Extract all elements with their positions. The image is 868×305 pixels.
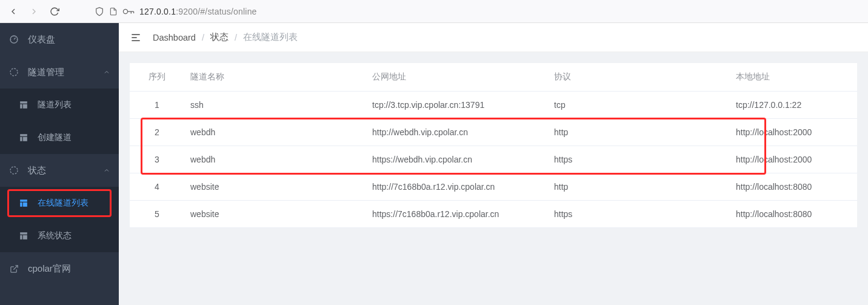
cell-local: http://localhost:8080 bbox=[730, 201, 857, 228]
url-bar[interactable]: 127.0.0.1:9200/#/status/online bbox=[91, 2, 863, 21]
svg-rect-11 bbox=[23, 137, 27, 141]
cell-proto: https bbox=[548, 201, 730, 228]
sidebar-item-label: 隧道管理 bbox=[28, 67, 64, 78]
cell-public: http://webdh.vip.cpolar.cn bbox=[366, 119, 548, 146]
sidebar-item-tunnel-manage[interactable]: 隧道管理 bbox=[0, 56, 119, 89]
cell-proto: https bbox=[548, 146, 730, 173]
sidebar-item-label: 仪表盘 bbox=[28, 34, 55, 45]
svg-point-5 bbox=[10, 69, 18, 76]
data-panel: 序列 隧道名称 公网地址 协议 本地地址 1sshtcp://3.tcp.vip… bbox=[130, 63, 857, 228]
col-public: 公网地址 bbox=[366, 63, 548, 92]
sidebar-item-status[interactable]: 状态 bbox=[0, 154, 119, 187]
tunnel-table: 序列 隧道名称 公网地址 协议 本地地址 1sshtcp://3.tcp.vip… bbox=[130, 63, 857, 228]
cell-name: webdh bbox=[184, 146, 366, 173]
table-row: 3webdhhttps://webdh.vip.cpolar.cnhttpsht… bbox=[130, 146, 857, 173]
cell-local: tcp://127.0.0.1:22 bbox=[730, 92, 857, 119]
col-seq: 序列 bbox=[130, 63, 184, 92]
cell-local: http://localhost:2000 bbox=[730, 119, 857, 146]
grid-icon bbox=[18, 198, 29, 209]
breadcrumb-current: 在线隧道列表 bbox=[243, 32, 298, 43]
nav-reload-button[interactable] bbox=[46, 3, 63, 20]
svg-line-19 bbox=[13, 265, 18, 269]
cell-proto: tcp bbox=[548, 92, 730, 119]
svg-rect-9 bbox=[20, 134, 27, 136]
cell-local: http://localhost:8080 bbox=[730, 173, 857, 201]
url-text: 127.0.0.1:9200/#/status/online bbox=[139, 7, 257, 16]
breadcrumb-bar: Dashboard / 状态 / 在线隧道列表 bbox=[119, 23, 868, 52]
table-row: 4websitehttp://7c168b0a.r12.vip.cpolar.c… bbox=[130, 173, 857, 201]
page-icon bbox=[109, 7, 118, 16]
sidebar-item-system-status[interactable]: 系统状态 bbox=[0, 220, 119, 252]
sidebar-item-dashboard[interactable]: 仪表盘 bbox=[0, 23, 119, 56]
chevron-up-icon bbox=[103, 166, 110, 176]
sidebar-item-tunnel-list[interactable]: 隧道列表 bbox=[0, 89, 119, 121]
nav-back-button[interactable] bbox=[5, 3, 22, 20]
cell-name: website bbox=[184, 201, 366, 228]
nav-forward-button[interactable] bbox=[25, 3, 42, 20]
main-content: Dashboard / 状态 / 在线隧道列表 序列 隧道名称 公网地址 协议 … bbox=[119, 23, 868, 305]
cell-seq: 5 bbox=[130, 201, 184, 228]
svg-point-12 bbox=[10, 167, 18, 174]
breadcrumb: Dashboard / 状态 / 在线隧道列表 bbox=[153, 32, 298, 43]
svg-point-0 bbox=[123, 9, 127, 13]
sidebar-item-label: 在线隧道列表 bbox=[38, 198, 88, 209]
svg-rect-6 bbox=[20, 101, 27, 104]
table-row: 5websitehttps://7c168b0a.r12.vip.cpolar.… bbox=[130, 201, 857, 228]
cell-local: http://localhost:2000 bbox=[730, 146, 857, 173]
cell-public: https://7c168b0a.r12.vip.cpolar.cn bbox=[366, 201, 548, 228]
sidebar-item-label: 隧道列表 bbox=[38, 99, 72, 110]
svg-rect-7 bbox=[20, 104, 22, 109]
cell-name: ssh bbox=[184, 92, 366, 119]
sidebar-item-label: cpolar官网 bbox=[28, 263, 71, 275]
cell-seq: 1 bbox=[130, 92, 184, 119]
browser-bar: 127.0.0.1:9200/#/status/online bbox=[0, 0, 868, 23]
external-icon bbox=[8, 263, 19, 274]
table-row: 2webdhhttp://webdh.vip.cpolar.cnhttphttp… bbox=[130, 119, 857, 146]
sidebar-item-label: 创建隧道 bbox=[38, 132, 72, 143]
menu-toggle-button[interactable] bbox=[130, 32, 142, 44]
col-name: 隧道名称 bbox=[184, 63, 366, 92]
cell-seq: 4 bbox=[130, 173, 184, 201]
svg-rect-15 bbox=[23, 203, 27, 207]
svg-rect-8 bbox=[23, 104, 27, 109]
col-local: 本地地址 bbox=[730, 63, 857, 92]
cell-public: tcp://3.tcp.vip.cpolar.cn:13791 bbox=[366, 92, 548, 119]
sidebar-item-create-tunnel[interactable]: 创建隧道 bbox=[0, 121, 119, 154]
cell-public: http://7c168b0a.r12.vip.cpolar.cn bbox=[366, 173, 548, 201]
table-row: 1sshtcp://3.tcp.vip.cpolar.cn:13791tcptc… bbox=[130, 92, 857, 119]
loader-icon bbox=[8, 165, 19, 176]
dashboard-icon bbox=[8, 34, 19, 45]
cell-name: webdh bbox=[184, 119, 366, 146]
cell-proto: http bbox=[548, 173, 730, 201]
sidebar-item-cpolar-site[interactable]: cpolar官网 bbox=[0, 252, 119, 285]
sidebar-item-label: 状态 bbox=[28, 165, 46, 176]
sidebar: 仪表盘 隧道管理 隧道列表 创建隧道 bbox=[0, 23, 119, 305]
svg-rect-18 bbox=[23, 235, 27, 240]
grid-icon bbox=[18, 132, 29, 143]
cell-public: https://webdh.vip.cpolar.cn bbox=[366, 146, 548, 173]
breadcrumb-separator: / bbox=[235, 33, 237, 42]
svg-rect-13 bbox=[20, 199, 27, 202]
permission-icon bbox=[122, 7, 135, 16]
col-proto: 协议 bbox=[548, 63, 730, 92]
cell-name: website bbox=[184, 173, 366, 201]
shield-icon bbox=[95, 7, 104, 16]
chevron-up-icon bbox=[103, 67, 110, 78]
cell-seq: 3 bbox=[130, 146, 184, 173]
grid-icon bbox=[18, 99, 29, 110]
svg-rect-16 bbox=[20, 232, 27, 235]
table-header-row: 序列 隧道名称 公网地址 协议 本地地址 bbox=[130, 63, 857, 92]
grid-icon bbox=[18, 230, 29, 241]
svg-rect-17 bbox=[20, 235, 22, 240]
breadcrumb-item[interactable]: Dashboard bbox=[153, 33, 196, 42]
loader-icon bbox=[8, 67, 19, 78]
sidebar-item-online-tunnels[interactable]: 在线隧道列表 bbox=[0, 187, 119, 220]
svg-rect-10 bbox=[20, 137, 22, 141]
cell-proto: http bbox=[548, 119, 730, 146]
breadcrumb-separator: / bbox=[202, 33, 204, 42]
breadcrumb-item[interactable]: 状态 bbox=[210, 32, 229, 43]
svg-rect-14 bbox=[20, 203, 22, 207]
cell-seq: 2 bbox=[130, 119, 184, 146]
sidebar-item-label: 系统状态 bbox=[38, 230, 72, 241]
